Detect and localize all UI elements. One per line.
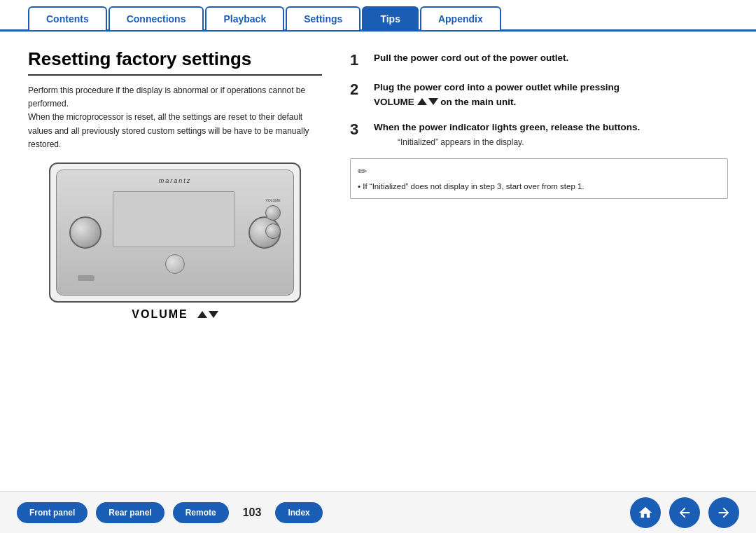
description-line2: When the microprocessor is reset, all th… [28, 112, 309, 148]
volume-main-label: VOLUME [132, 308, 218, 321]
step-2-text: Plug the power cord into a power outlet … [374, 81, 620, 109]
forward-icon [716, 505, 732, 520]
tab-appendix[interactable]: Appendix [420, 6, 501, 30]
index-button[interactable]: Index [275, 502, 322, 523]
left-column: Resetting factory settings Perform this … [28, 48, 322, 321]
volume-arrows [197, 311, 218, 318]
tab-connections[interactable]: Connections [108, 6, 204, 30]
step-1-number: 1 [350, 51, 365, 69]
tab-playback[interactable]: Playback [205, 6, 284, 30]
step2-arrow-up [417, 98, 427, 105]
step-1-text: Pull the power cord out of the power out… [374, 51, 568, 65]
device-image-container: marantz VOLUME VOLUME [28, 162, 322, 321]
back-button[interactable] [669, 497, 700, 528]
initialized-display-text: “Initialized” appears in the display. [398, 137, 640, 147]
tab-settings[interactable]: Settings [286, 6, 360, 30]
step-3: 3 When the power indicator lights green,… [350, 120, 728, 147]
brand-label: marantz [159, 177, 192, 184]
step-3-text: When the power indicator lights green, r… [374, 122, 640, 132]
page-title: Resetting factory settings [28, 48, 322, 76]
front-panel-button[interactable]: Front panel [17, 502, 88, 523]
right-column: 1 Pull the power cord out of the power o… [350, 48, 728, 321]
forward-button[interactable] [708, 497, 739, 528]
volume-buttons: VOLUME [265, 198, 281, 239]
note-text: • If “Initialized” does not display in s… [358, 181, 720, 193]
page-number: 103 [243, 506, 262, 519]
bottom-navigation: Front panel Rear panel Remote 103 Index [0, 491, 756, 533]
back-icon [677, 505, 692, 520]
top-navigation: Contents Connections Playback Settings T… [0, 0, 756, 32]
note-icon: ✏ [358, 165, 720, 178]
vol-down-btn[interactable] [265, 223, 281, 239]
device-body: marantz VOLUME [56, 169, 294, 296]
step-2-number: 2 [350, 81, 365, 99]
main-content: Resetting factory settings Perform this … [0, 32, 756, 328]
vol-up-btn[interactable] [265, 205, 281, 221]
description-line1: Perform this procedure if the display is… [28, 85, 305, 109]
arrow-up-icon [197, 311, 207, 318]
step2-arrows [417, 98, 438, 105]
remote-button[interactable]: Remote [173, 502, 229, 523]
home-button[interactable] [630, 497, 661, 528]
arrow-down-icon [209, 311, 218, 318]
center-button [165, 254, 185, 274]
home-icon [638, 505, 653, 520]
step-2: 2 Plug the power cord into a power outle… [350, 81, 728, 109]
note-box: ✏ • If “Initialized” does not display in… [350, 158, 728, 199]
tab-contents[interactable]: Contents [28, 6, 107, 30]
volume-label-small: VOLUME [265, 198, 280, 202]
step-3-number: 3 [350, 120, 365, 139]
step2-arrow-down [428, 98, 438, 105]
rear-panel-button[interactable]: Rear panel [96, 502, 164, 523]
device-image: marantz VOLUME [49, 162, 301, 303]
tab-tips[interactable]: Tips [362, 6, 419, 30]
step-1: 1 Pull the power cord out of the power o… [350, 51, 728, 69]
display-screen [113, 191, 235, 247]
small-button [78, 275, 94, 281]
left-knob [69, 216, 102, 249]
description: Perform this procedure if the display is… [28, 84, 322, 151]
